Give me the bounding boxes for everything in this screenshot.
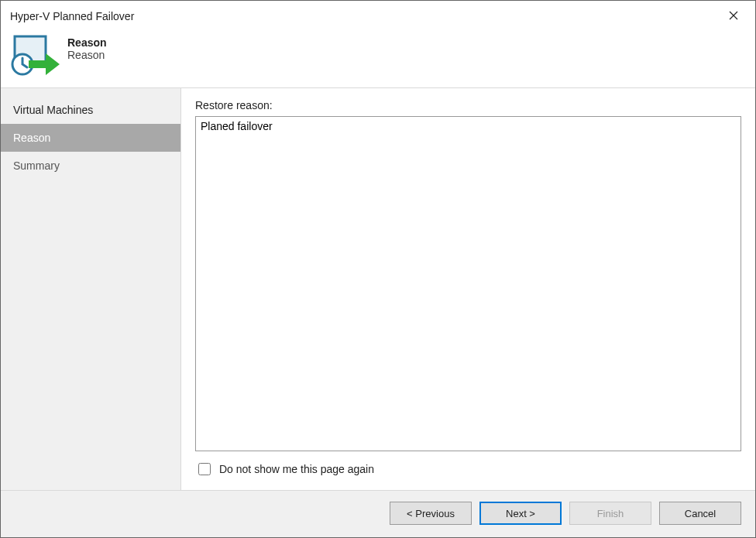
svg-marker-2 — [46, 53, 60, 75]
wizard-body: Virtual Machines Reason Summary Restore … — [1, 87, 755, 490]
wizard-footer: < Previous Next > Finish Cancel — [1, 490, 755, 537]
cancel-button[interactable]: Cancel — [659, 502, 741, 525]
title-bar: Hyper-V Planned Failover — [1, 1, 755, 30]
page-title: Reason — [67, 36, 107, 49]
page-subtitle: Reason — [67, 49, 107, 61]
wizard-header: Reason Reason — [1, 30, 755, 87]
window-title: Hyper-V Planned Failover — [10, 10, 134, 22]
dont-show-again-label: Do not show me this page again — [219, 463, 374, 475]
failover-restore-icon — [10, 33, 61, 78]
next-button[interactable]: Next > — [479, 502, 562, 525]
sidebar-item-summary[interactable]: Summary — [1, 152, 180, 180]
restore-reason-input[interactable] — [195, 116, 741, 451]
close-button[interactable] — [718, 5, 749, 27]
wizard-header-text: Reason Reason — [67, 33, 107, 61]
close-icon — [729, 9, 738, 23]
dont-show-again-checkbox[interactable] — [198, 463, 211, 475]
finish-button: Finish — [569, 502, 651, 525]
previous-button[interactable]: < Previous — [390, 502, 472, 525]
restore-reason-label: Restore reason: — [195, 99, 741, 111]
wizard-main-panel: Restore reason: Do not show me this page… — [180, 88, 755, 490]
wizard-steps-sidebar: Virtual Machines Reason Summary — [1, 88, 180, 490]
dont-show-again-row[interactable]: Do not show me this page again — [195, 451, 741, 482]
sidebar-item-virtual-machines[interactable]: Virtual Machines — [1, 96, 180, 124]
sidebar-item-reason[interactable]: Reason — [1, 124, 180, 152]
wizard-window: Hyper-V Planned Failover Reason Reason V… — [0, 0, 756, 538]
